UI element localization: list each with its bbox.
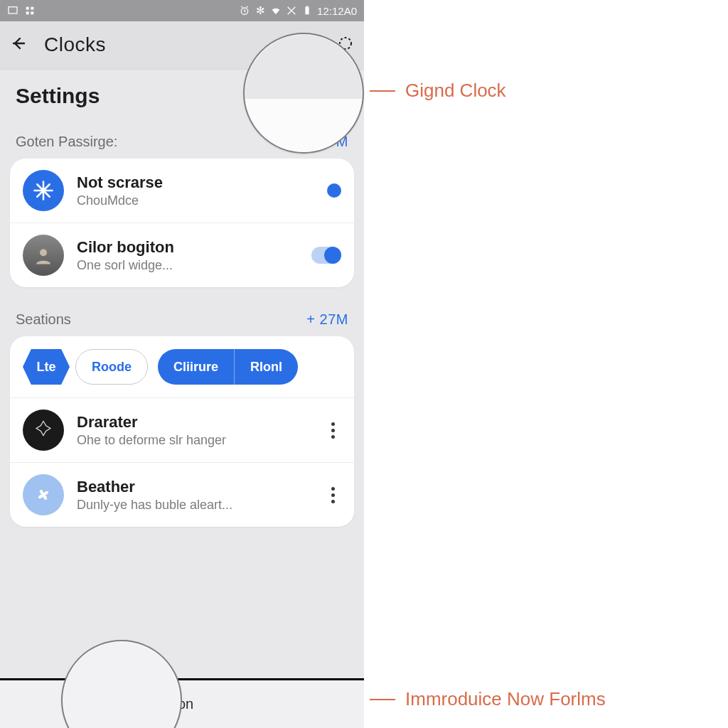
annotation-dash [370, 90, 395, 92]
row-sub: Ohe to deforme slr hanger [77, 433, 311, 448]
row-title: Drarater [77, 413, 311, 432]
row-drarater[interactable]: Drarater Ohe to deforme slr hanger [10, 397, 354, 462]
svg-rect-1 [26, 7, 29, 10]
row-title: Cilor bogiton [77, 238, 299, 257]
back-button[interactable] [10, 35, 27, 55]
kebab-menu[interactable] [324, 422, 341, 439]
radio-selected[interactable] [327, 183, 341, 198]
row-sub: ChouMdce [77, 193, 314, 208]
section1-label: Goten Passirge: [16, 134, 117, 150]
chip-rlonl[interactable]: Rlonl [234, 349, 298, 385]
annotation-gignd-clock: Gignd Clock [370, 80, 506, 102]
kebab-menu[interactable] [324, 487, 341, 503]
avatar-icon [23, 235, 64, 276]
grid-icon [24, 5, 36, 16]
section2-label: Seations [16, 311, 71, 328]
svg-rect-4 [31, 11, 33, 14]
appbar-title: Clocks [44, 33, 106, 56]
ring-icon: ✻ [255, 5, 266, 16]
card-passirge: Not scrarse ChouMdce Cilor bogiton One s… [10, 159, 354, 287]
section2-hint[interactable]: + 27M [306, 311, 348, 328]
chip-roode[interactable]: Roode [76, 350, 147, 384]
svg-rect-7 [306, 6, 309, 6]
svg-rect-3 [26, 11, 29, 14]
chip-roode-group: Roode [75, 349, 148, 385]
svg-point-9 [40, 249, 47, 256]
svg-rect-0 [9, 7, 17, 14]
annotation-text: Immroduice Now Forlms [405, 688, 606, 710]
status-right: ✻ 12:12A0 [239, 5, 357, 17]
row-cilor-bogiton[interactable]: Cilor bogiton One sorl widge... [10, 223, 354, 287]
chips-row: Lte Roode Cliirure Rlonl [10, 336, 354, 397]
section-label-seations: Seations + 27M [0, 293, 364, 333]
propeller-icon [23, 474, 64, 515]
toggle-on[interactable] [311, 247, 341, 264]
bottom-bar[interactable]: tion [0, 678, 364, 728]
row-not-scrarse[interactable]: Not scrarse ChouMdce [10, 159, 354, 223]
annotation-dash [370, 699, 395, 700]
battery-icon [301, 5, 313, 16]
chip-lte[interactable]: Lte [23, 349, 70, 385]
row-title: Not scrarse [77, 173, 314, 192]
gem-icon [23, 410, 64, 451]
status-time: 12:12A0 [317, 5, 357, 17]
snowflake-icon [23, 170, 64, 211]
row-sub: One sorl widge... [77, 258, 299, 273]
row-sub: Dunly-ye has buble aleart... [77, 498, 311, 513]
signal-off-icon [286, 5, 297, 16]
annotation-text: Gignd Clock [405, 80, 506, 102]
row-beather[interactable]: Beather Dunly-ye has buble aleart... [10, 462, 354, 527]
magnifier-top [243, 33, 364, 154]
window-icon [7, 5, 18, 16]
chip-cliirure[interactable]: Cliirure [158, 349, 234, 385]
alarm-icon [239, 5, 250, 16]
svg-rect-6 [305, 7, 309, 15]
status-bar: ✻ 12:12A0 [0, 0, 364, 21]
chip-solid-group: Cliirure Rlonl [158, 349, 298, 385]
row-title: Beather [77, 478, 311, 496]
wifi-icon [270, 5, 282, 16]
card-seations: Lte Roode Cliirure Rlonl Drarater Ohe to… [10, 336, 354, 527]
svg-rect-2 [31, 7, 33, 10]
status-left [7, 5, 36, 16]
annotation-introduce-now-forlms: Immroduice Now Forlms [370, 688, 606, 710]
